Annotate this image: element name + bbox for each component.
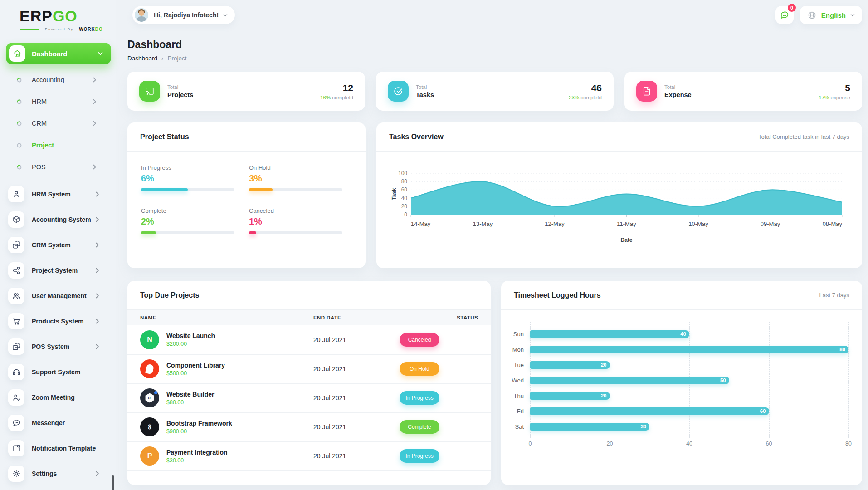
project-name: Bootstrap Framework (166, 420, 232, 427)
tasks-area-chart: 02040608010014-May13-May12-May11-May10-M… (390, 167, 848, 245)
progress-fill (141, 231, 156, 234)
bar-track: 50 (530, 377, 848, 384)
sidebar-item-dashboard[interactable]: Dashboard (6, 43, 111, 64)
sidebar-item-crm-system[interactable]: CRM System (0, 232, 116, 258)
sidebar-item-messenger[interactable]: Messenger (0, 410, 116, 436)
bar: 40 (530, 330, 689, 338)
sidebar-scrollbar[interactable] (112, 475, 114, 490)
chevron-right-icon (95, 268, 99, 273)
table-row: ∞Bootstrap Framework$900.0020 Jul 2021Co… (127, 412, 491, 441)
workdo-brand: WORKDO (79, 27, 103, 32)
breadcrumb-separator: › (161, 55, 163, 62)
chat-notification-icon (780, 10, 790, 20)
sidebar-item-label: Accounting (32, 76, 93, 83)
sidebar-item-label: POS System (32, 343, 95, 350)
timesheet-bar-chart: Sun40Mon80Tue20Wed50Thu20Fri60Sat30 0204… (501, 310, 862, 450)
axis-tick-label: 40 (686, 441, 692, 447)
bar-value-label: 20 (601, 361, 607, 369)
stat-percent-value: 17% (819, 95, 829, 100)
project-link[interactable]: ∞Bootstrap Framework$900.00 (127, 417, 313, 436)
bullet-icon (17, 78, 22, 83)
project-name: Payment Integration (166, 449, 228, 456)
status-label: On Hold (249, 164, 342, 171)
stat-name: Expense (664, 91, 692, 98)
sidebar-item-label: Accounting System (32, 216, 95, 223)
project-avatar: ∞ (140, 417, 159, 436)
sidebar-item-user-management[interactable]: User Management (0, 283, 116, 309)
svg-text:60: 60 (401, 186, 407, 193)
chevron-right-icon (95, 318, 99, 324)
bar-row-thu: Thu20 (501, 388, 848, 403)
project-link[interactable]: Component Library$500.00 (127, 359, 313, 378)
bar-track: 80 (530, 346, 848, 353)
sidebar-item-project[interactable]: Project (0, 134, 116, 156)
project-link[interactable]: NWebsite Launch$200.00 (127, 330, 313, 349)
stat-percent-value: 23% (569, 95, 579, 100)
erpgo-dashboard: ERPGO Powered By WORKDO Dashboard Accoun… (0, 0, 868, 490)
sidebar-item-project-system[interactable]: Project System (0, 258, 116, 283)
user-menu-button[interactable]: Hi, Rajodiya Infotech! (132, 6, 235, 24)
sidebar-item-label: Project System (32, 267, 95, 274)
bar-row-sun: Sun40 (501, 326, 848, 342)
breadcrumb-dashboard-link[interactable]: Dashboard (127, 55, 157, 62)
bar-value-label: 30 (640, 423, 646, 431)
card-note: Total Completed task in last 7 days (758, 133, 849, 140)
bar-value-label: 80 (839, 346, 845, 353)
project-link[interactable]: PPayment Integration$30.00 (127, 446, 313, 466)
svg-text:20: 20 (401, 203, 407, 210)
bar: 80 (530, 346, 848, 353)
stat-name: Tasks (416, 91, 434, 98)
bar-value-label: 40 (680, 330, 686, 338)
cube-icon (8, 211, 24, 228)
task-check-icon (388, 81, 409, 102)
card-title: Top Due Projects (140, 291, 199, 299)
column-header: STATUS (395, 310, 491, 325)
status-label: Complete (141, 207, 234, 214)
user-greeting: Hi, Rajodiya Infotech! (154, 11, 219, 19)
sidebar-item-label: HRM System (32, 191, 95, 198)
petal-logo (145, 363, 154, 374)
bullet-icon (17, 165, 22, 170)
project-avatar: N (140, 330, 159, 349)
status-item-complete: Complete2% (141, 207, 234, 234)
sidebar-item-zoom-meeting[interactable]: Zoom Meeting (0, 385, 116, 410)
table-header-row: NAMEEND DATESTATUS (127, 310, 491, 325)
sidebar-item-accounting[interactable]: Accounting (0, 69, 116, 91)
project-link[interactable]: UIWebsite Builder$80.00 (127, 388, 313, 407)
top-due-projects-card: Top Due Projects NAMEEND DATESTATUS NWeb… (127, 281, 491, 485)
sidebar-item-crm[interactable]: CRM (0, 113, 116, 134)
bar-row-wed: Wed50 (501, 372, 848, 388)
bar: 20 (530, 361, 610, 369)
stat-value-block: 1216% completd (320, 83, 353, 100)
bar-row-tue: Tue20 (501, 357, 848, 372)
stat-percent-value: 16% (320, 95, 331, 100)
sidebar-item-pos[interactable]: POS (0, 156, 116, 178)
project-text: Website Launch$200.00 (166, 332, 215, 347)
sidebar-item-label: Dashboard (32, 50, 98, 58)
language-selector[interactable]: English (800, 6, 862, 24)
globe-icon (807, 10, 817, 20)
stat-top-label: Total (664, 84, 692, 90)
sidebar-item-support-system[interactable]: Support System (0, 359, 116, 385)
sidebar-item-label: HRM (32, 98, 93, 105)
project-amount: $30.00 (166, 457, 228, 464)
project-text: Bootstrap Framework$900.00 (166, 420, 232, 435)
chevron-right-icon (95, 191, 99, 197)
sidebar-item-settings[interactable]: Settings (0, 461, 116, 486)
sidebar-item-hrm-system[interactable]: HRM System (0, 181, 116, 207)
end-date-cell: 20 Jul 2021 (313, 325, 395, 354)
svg-text:09-May: 09-May (760, 220, 780, 227)
day-label: Sun (501, 331, 524, 338)
bar-row-sat: Sat30 (501, 419, 848, 434)
chevron-right-icon (93, 164, 97, 170)
notifications-button[interactable]: 0 (775, 6, 794, 24)
project-avatar (140, 359, 159, 378)
sidebar-item-pos-system[interactable]: POS System (0, 334, 116, 359)
project-text: Component Library$500.00 (166, 362, 225, 377)
sidebar-item-notification-template[interactable]: Notification Template (0, 436, 116, 461)
sidebar-item-hrm[interactable]: HRM (0, 91, 116, 113)
progress-track (249, 188, 342, 191)
sidebar-item-accounting-system[interactable]: Accounting System (0, 207, 116, 232)
chevron-right-icon (95, 471, 99, 476)
sidebar-item-products-system[interactable]: Products System (0, 309, 116, 334)
